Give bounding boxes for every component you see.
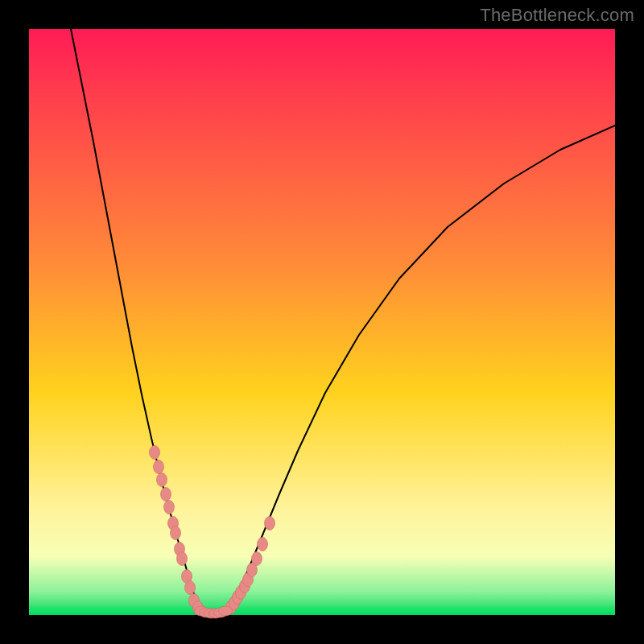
marker-dot	[258, 538, 268, 551]
marker-dot	[154, 460, 164, 474]
marker-dot	[171, 526, 181, 540]
marker-dot	[252, 552, 262, 566]
chart-svg	[29, 29, 615, 615]
bottleneck-curve	[71, 29, 615, 613]
watermark-text: TheBottleneck.com	[480, 5, 634, 26]
marker-dot	[164, 501, 175, 514]
outer-frame: TheBottleneck.com	[0, 0, 644, 644]
marker-dot	[150, 446, 160, 460]
marker-dot	[177, 552, 188, 566]
marker-dot	[185, 581, 196, 595]
marker-dot	[219, 606, 233, 616]
marker-dot	[161, 488, 171, 502]
plot-area	[29, 29, 615, 615]
marker-dot	[157, 473, 167, 487]
marker-dot	[265, 517, 275, 530]
